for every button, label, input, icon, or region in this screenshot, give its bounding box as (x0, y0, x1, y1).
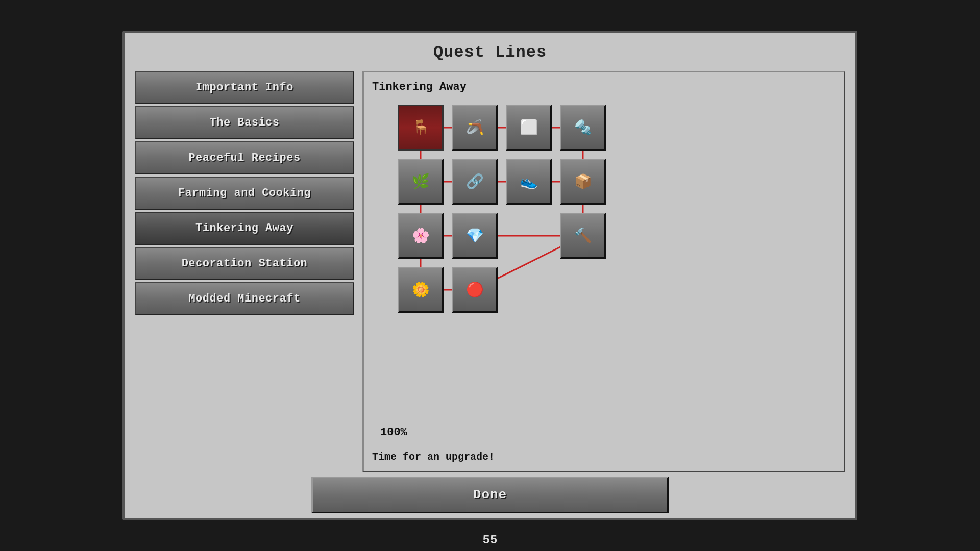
quest-node-icon-1-2: 👟 (520, 173, 538, 190)
quest-node-icon-2-0: 🌸 (412, 227, 430, 244)
quest-node-icon-1-3: 📦 (574, 173, 592, 190)
bottom-section: Time for an upgrade! (372, 451, 836, 463)
quest-node-icon-0-2: ⬜ (520, 119, 538, 136)
quest-node-2-0[interactable]: 🌸 (398, 213, 444, 259)
window-title: Quest Lines (135, 43, 845, 62)
completion-text: 100% (380, 426, 407, 439)
sidebar-item-peaceful-recipes[interactable]: Peaceful Recipes (135, 141, 354, 174)
quest-node-icon-1-1: 🔗 (466, 173, 484, 190)
done-bar: Done (311, 477, 669, 513)
sidebar: Important InfoThe BasicsPeaceful Recipes… (135, 71, 354, 472)
quest-node-1-2[interactable]: 👟 (506, 159, 552, 205)
quest-node-2-3[interactable]: 🔨 (560, 213, 606, 259)
quest-node-2-1[interactable]: 💎 (452, 213, 498, 259)
sidebar-item-decoration-station[interactable]: Decoration Station (135, 247, 354, 280)
quest-node-icon-0-1: 🪃 (466, 119, 484, 136)
sidebar-item-the-basics[interactable]: The Basics (135, 106, 354, 139)
quest-node-0-3[interactable]: 🔩 (560, 105, 606, 151)
quest-node-icon-0-0: 🪑 (412, 119, 430, 136)
quest-node-icon-3-0: 🌼 (412, 281, 430, 298)
quest-node-0-2[interactable]: ⬜ (506, 105, 552, 151)
taskbar-number: 55 (483, 533, 498, 547)
quest-node-icon-1-0: 🌿 (412, 173, 430, 190)
quest-node-icon-3-1: 🔴 (466, 281, 484, 298)
sidebar-item-tinkering-away[interactable]: Tinkering Away (135, 212, 354, 245)
quest-node-3-0[interactable]: 🌼 (398, 267, 444, 313)
quest-node-icon-0-3: 🔩 (574, 119, 592, 136)
sidebar-item-farming-and-cooking[interactable]: Farming and Cooking (135, 177, 354, 210)
quest-node-icon-2-3: 🔨 (574, 227, 592, 244)
node-grid: 🪑🪃⬜🔩🌿🔗👟📦🌸💎🔨🌼🔴 (398, 105, 606, 313)
quest-node-0-1[interactable]: 🪃 (452, 105, 498, 151)
quest-node-1-1[interactable]: 🔗 (452, 159, 498, 205)
sidebar-item-important-info[interactable]: Important Info (135, 71, 354, 104)
sidebar-item-modded-minecraft[interactable]: Modded Minecraft (135, 282, 354, 315)
content-area: Important InfoThe BasicsPeaceful Recipes… (135, 71, 845, 472)
quest-node-1-0[interactable]: 🌿 (398, 159, 444, 205)
subtitle-text: Time for an upgrade! (372, 451, 836, 463)
quest-node-1-3[interactable]: 📦 (560, 159, 606, 205)
quest-node-icon-2-1: 💎 (466, 227, 484, 244)
quest-panel-title: Tinkering Away (372, 81, 836, 93)
main-window: Quest Lines Important InfoThe BasicsPeac… (122, 31, 857, 520)
quest-panel: Tinkering Away 🪑🪃⬜🔩🌿🔗👟📦🌸💎🔨🌼🔴 100% Time f… (362, 71, 845, 472)
quest-grid-area: 🪑🪃⬜🔩🌿🔗👟📦🌸💎🔨🌼🔴 100% (372, 99, 836, 447)
quest-node-3-1[interactable]: 🔴 (452, 267, 498, 313)
quest-node-0-0[interactable]: 🪑 (398, 105, 444, 151)
taskbar: 55 (0, 529, 980, 551)
done-button[interactable]: Done (311, 477, 669, 513)
